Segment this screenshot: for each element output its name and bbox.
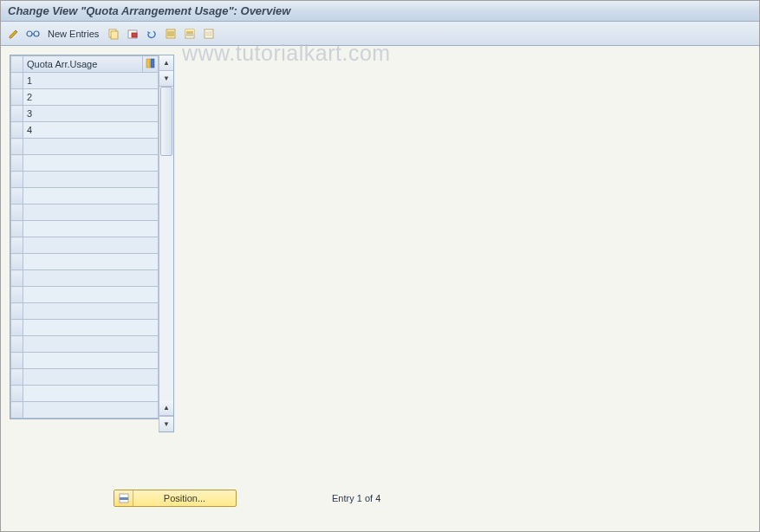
table-row[interactable]: 2: [11, 89, 159, 106]
table-row[interactable]: 3: [11, 106, 159, 122]
scroll-up-icon[interactable]: ▲: [159, 55, 173, 71]
row-selector[interactable]: [11, 73, 23, 89]
scrollbar-track[interactable]: [159, 87, 173, 400]
data-cell[interactable]: [23, 320, 159, 336]
table-header-row: Quota Arr.Usage: [11, 56, 159, 73]
row-selector[interactable]: [11, 369, 23, 386]
select-block-icon[interactable]: [182, 26, 198, 42]
row-selector[interactable]: [11, 204, 23, 221]
row-selector[interactable]: [11, 402, 23, 418]
row-selector[interactable]: [11, 353, 23, 369]
table-row[interactable]: [11, 386, 159, 402]
data-cell[interactable]: [23, 336, 159, 353]
data-table: Quota Arr.Usage 1234: [10, 55, 159, 419]
position-button[interactable]: Position...: [114, 490, 237, 507]
row-selector[interactable]: [11, 89, 23, 106]
table-row[interactable]: [11, 204, 159, 221]
data-cell[interactable]: [23, 270, 159, 287]
content-area: Quota Arr.Usage 1234 ▲ ▼ ▲ ▼ Position...: [1, 46, 759, 531]
select-all-column-icon[interactable]: [143, 56, 159, 73]
title-bar: Change View "Quota Arrangement Usage": O…: [1, 1, 759, 22]
table-row[interactable]: [11, 287, 159, 303]
data-cell[interactable]: [23, 188, 159, 204]
row-selector[interactable]: [11, 254, 23, 270]
svg-rect-13: [120, 497, 128, 500]
table-row[interactable]: [11, 336, 159, 353]
data-cell[interactable]: [23, 287, 159, 303]
new-entries-button[interactable]: New Entries: [44, 27, 102, 41]
row-selector[interactable]: [11, 188, 23, 204]
svg-rect-5: [132, 33, 137, 37]
svg-rect-8: [185, 29, 194, 34]
position-label: Position...: [133, 490, 236, 506]
undo-icon[interactable]: [144, 26, 159, 42]
data-cell[interactable]: [23, 254, 159, 270]
data-cell[interactable]: [23, 221, 159, 237]
row-selector[interactable]: [11, 336, 23, 353]
table-row[interactable]: [11, 155, 159, 172]
row-selector[interactable]: [11, 320, 23, 336]
data-cell[interactable]: [23, 369, 159, 386]
row-selector[interactable]: [11, 122, 23, 139]
scroll-down-step-icon[interactable]: ▼: [159, 71, 173, 87]
scroll-up-step-icon[interactable]: ▲: [159, 400, 173, 416]
deselect-icon[interactable]: [201, 26, 217, 42]
data-cell[interactable]: 1: [23, 73, 159, 89]
data-cell[interactable]: 3: [23, 106, 159, 122]
glasses-icon[interactable]: [25, 26, 41, 42]
data-cell[interactable]: [23, 303, 159, 320]
scroll-down-icon[interactable]: ▼: [159, 416, 173, 431]
row-selector[interactable]: [11, 303, 23, 320]
svg-rect-10: [146, 59, 150, 68]
table-row[interactable]: 4: [11, 122, 159, 139]
page-title: Change View "Quota Arrangement Usage": O…: [8, 4, 290, 17]
table-row[interactable]: [11, 139, 159, 155]
data-cell[interactable]: 4: [23, 122, 159, 139]
data-cell[interactable]: [23, 139, 159, 155]
row-selector[interactable]: [11, 287, 23, 303]
row-selector[interactable]: [11, 386, 23, 402]
table-row[interactable]: [11, 237, 159, 254]
copy-icon[interactable]: [106, 26, 121, 42]
table-row[interactable]: [11, 369, 159, 386]
table-row[interactable]: [11, 320, 159, 336]
scrollbar-thumb[interactable]: [160, 87, 172, 156]
data-cell[interactable]: [23, 386, 159, 402]
change-icon[interactable]: [6, 26, 22, 42]
row-selector[interactable]: [11, 221, 23, 237]
table-row[interactable]: 1: [11, 73, 159, 89]
position-icon: [114, 490, 133, 506]
table-row[interactable]: [11, 402, 159, 418]
vertical-scrollbar[interactable]: ▲ ▼ ▲ ▼: [159, 55, 174, 432]
table-row[interactable]: [11, 254, 159, 270]
svg-rect-11: [151, 59, 154, 68]
table-row[interactable]: [11, 188, 159, 204]
footer-bar: Position... Entry 1 of 4: [114, 490, 380, 507]
svg-point-0: [27, 31, 32, 36]
data-cell[interactable]: [23, 353, 159, 369]
row-selector[interactable]: [11, 155, 23, 172]
data-cell[interactable]: [23, 172, 159, 188]
data-cell[interactable]: [23, 155, 159, 172]
table-row[interactable]: [11, 353, 159, 369]
toolbar: New Entries: [1, 22, 759, 46]
data-cell[interactable]: [23, 204, 159, 221]
row-selector[interactable]: [11, 139, 23, 155]
data-cell[interactable]: [23, 402, 159, 418]
table-row[interactable]: [11, 172, 159, 188]
svg-point-1: [34, 31, 39, 36]
data-cell[interactable]: [23, 237, 159, 254]
column-header[interactable]: Quota Arr.Usage: [23, 56, 143, 73]
select-all-icon[interactable]: [163, 26, 179, 42]
corner-cell[interactable]: [11, 56, 23, 73]
row-selector[interactable]: [11, 172, 23, 188]
data-cell[interactable]: 2: [23, 89, 159, 106]
row-selector[interactable]: [11, 237, 23, 254]
table-row[interactable]: [11, 221, 159, 237]
delete-icon[interactable]: [125, 26, 140, 42]
table-row[interactable]: [11, 303, 159, 320]
table-row[interactable]: [11, 270, 159, 287]
row-selector[interactable]: [11, 270, 23, 287]
entry-count-text: Entry 1 of 4: [332, 493, 380, 503]
row-selector[interactable]: [11, 106, 23, 122]
